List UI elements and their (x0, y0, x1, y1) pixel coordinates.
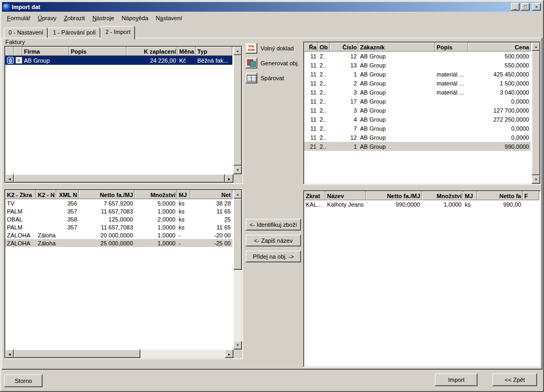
tab-0-nastaveni[interactable]: 0 - Nastavení (4, 28, 48, 38)
table-row[interactable]: OBAL358125,00002,0000ks25 (5, 215, 232, 223)
table-cell[interactable]: 21 (304, 142, 318, 151)
scroll-left-button[interactable]: ◀ (5, 350, 14, 358)
table-cell[interactable]: 0 (5, 56, 14, 65)
table-cell[interactable]: 2,0000 (135, 215, 177, 223)
table-cell[interactable] (435, 97, 468, 106)
scroll-thumb[interactable] (14, 174, 225, 183)
table-cell[interactable]: AB Group (358, 88, 435, 97)
scroll-down-button[interactable]: ▼ (233, 166, 242, 174)
tab-2-import[interactable]: 2 - Import (101, 26, 135, 39)
scroll-down-button[interactable]: ▼ (233, 341, 242, 350)
scroll-right-button[interactable]: ▶ (225, 350, 233, 358)
table-cell[interactable]: AB Group (358, 106, 435, 115)
column-header[interactable]: Množství (422, 191, 463, 200)
table-cell[interactable] (56, 231, 79, 239)
table-cell[interactable]: 11 (304, 88, 318, 97)
menu-item-nastroje[interactable]: Nástroje (89, 13, 118, 23)
table-cell[interactable]: 11 (304, 79, 318, 88)
table-cell[interactable]: ks (177, 215, 190, 223)
table-cell[interactable]: ≡ (14, 56, 22, 65)
table-cell[interactable]: 1,0000 (135, 239, 177, 247)
orders-vertical-scrollbar[interactable]: ▲ ▼ (532, 42, 540, 184)
table-cell[interactable]: ks (463, 200, 477, 209)
table-cell[interactable]: Kč (178, 56, 196, 65)
table-cell[interactable]: AB Group (358, 79, 435, 88)
tool-generovat-obj[interactable]: Generovat obj. (246, 57, 301, 70)
table-cell[interactable] (435, 133, 468, 142)
table-row[interactable]: 0≡AB Group24 226,00KčBěžná fak... (5, 56, 232, 65)
table-row[interactable]: 112..12AB Group500,0000 (304, 52, 531, 61)
table-cell[interactable]: Běžná fak... (196, 56, 232, 65)
table-row[interactable]: KAL...Kalhoty Jeans990,00001,0000ks990,0… (304, 200, 539, 209)
column-header[interactable]: K zaplacení (127, 47, 178, 56)
tool-sparovat[interactable]: Spárovat (246, 72, 301, 84)
scroll-down-button[interactable]: ▼ (532, 175, 540, 184)
table-cell[interactable]: 1 (330, 70, 358, 79)
table-cell[interactable]: 2.. (318, 97, 330, 106)
scroll-track[interactable] (14, 350, 225, 358)
table-cell[interactable]: 0,0000 (468, 97, 531, 106)
scroll-track[interactable] (233, 55, 242, 166)
table-cell[interactable]: materiál ... (435, 70, 468, 79)
table-cell[interactable]: 1 (330, 142, 358, 151)
table-cell[interactable]: 11 65 (190, 207, 232, 215)
table-row[interactable]: ZÁLOHAZáloha25 000,00001,0000--25 00 (5, 239, 232, 247)
table-row[interactable]: 112..4AB Group272 250,0000 (304, 115, 531, 124)
table-cell[interactable]: materiál ... (435, 88, 468, 97)
table-cell[interactable]: 127 700,0000 (468, 106, 531, 115)
column-header[interactable]: Řa (304, 42, 318, 52)
table-row[interactable]: 112..1AB Groupmateriál ...425 450,0000 (304, 70, 531, 79)
table-cell[interactable] (435, 115, 468, 124)
table-row[interactable]: 212..1AB Group990,0000 (304, 142, 531, 151)
scroll-up-button[interactable]: ▲ (532, 42, 540, 51)
table-cell[interactable]: 11 657,7083 (79, 207, 135, 215)
table-cell[interactable]: AB Group (358, 52, 435, 61)
table-cell[interactable] (36, 207, 56, 215)
table-cell[interactable]: 2.. (318, 115, 330, 124)
table-cell[interactable]: 3 (330, 106, 358, 115)
menu-item-formular[interactable]: Formulář (3, 13, 34, 23)
table-cell[interactable]: 1,0000 (422, 200, 463, 209)
column-header[interactable]: Popis (435, 42, 468, 52)
table-cell[interactable]: 990,0000 (468, 142, 531, 151)
column-header[interactable]: MJ (177, 190, 190, 199)
table-cell[interactable]: 2.. (318, 88, 330, 97)
faktury-vertical-scrollbar[interactable]: ▲ ▼ (233, 47, 242, 174)
table-cell[interactable]: 990,00 (477, 200, 523, 209)
scroll-up-button[interactable]: ▲ (233, 190, 242, 199)
table-cell[interactable] (435, 142, 468, 151)
table-cell[interactable] (435, 61, 468, 70)
table-cell[interactable]: 7 657,9200 (79, 199, 135, 207)
table-cell[interactable]: 11 (304, 61, 318, 70)
table-cell[interactable]: AB Group (358, 142, 435, 151)
column-header[interactable]: F (523, 191, 539, 200)
k2-vertical-scrollbar[interactable]: ▲ ▼ (233, 190, 242, 350)
scroll-track[interactable] (532, 51, 540, 175)
scroll-right-button[interactable]: ▶ (225, 174, 233, 183)
scroll-thumb[interactable] (532, 51, 540, 175)
scroll-left-button[interactable]: ◀ (5, 174, 14, 183)
menu-item-nastaveni[interactable]: Nastavení (152, 13, 186, 23)
table-row[interactable]: 112..7AB Group0,0000 (304, 124, 531, 133)
table-cell[interactable]: 11 65 (190, 223, 232, 231)
column-header[interactable]: Název (325, 191, 366, 200)
table-cell[interactable]: 272 250,0000 (468, 115, 531, 124)
table-cell[interactable]: AB Group (358, 133, 435, 142)
table-cell[interactable]: 0,0000 (468, 124, 531, 133)
table-cell[interactable]: -20 00 (190, 231, 232, 239)
table-cell[interactable]: AB Group (358, 61, 435, 70)
titlebar[interactable]: Import dat _ □ × (2, 2, 542, 12)
table-cell[interactable]: 38 28 (190, 199, 232, 207)
table-row[interactable]: PALM35711 657,70831,0000ks11 65 (5, 207, 232, 215)
scroll-track[interactable] (14, 174, 225, 183)
column-header[interactable]: Cena (468, 42, 531, 52)
table-cell[interactable] (69, 56, 127, 65)
table-cell[interactable]: 2.. (318, 142, 330, 151)
table-cell[interactable]: 500,0000 (468, 52, 531, 61)
table-cell[interactable]: 2.. (318, 61, 330, 70)
table-cell[interactable]: ks (177, 223, 190, 231)
table-cell[interactable]: 7 (330, 124, 358, 133)
column-header[interactable]: K2 - N (36, 190, 56, 199)
column-header[interactable]: Typ (196, 47, 232, 56)
table-cell[interactable]: 12 (330, 52, 358, 61)
